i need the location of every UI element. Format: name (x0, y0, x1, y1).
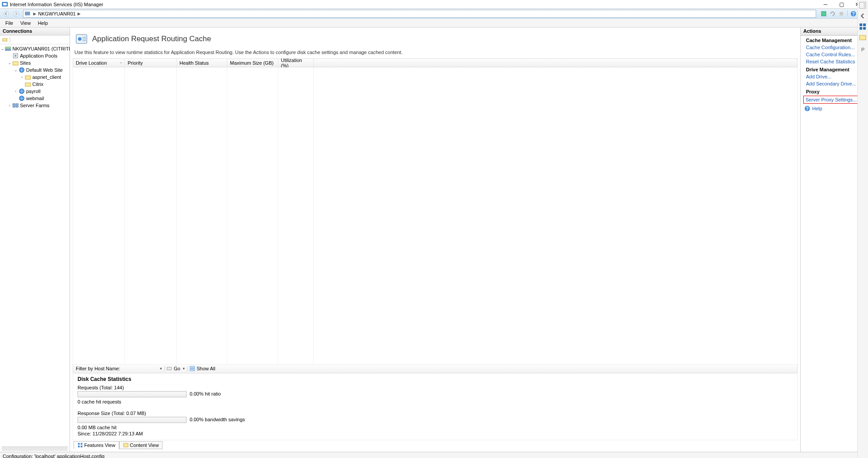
breadcrumb-server[interactable]: NKGWYUANR01 (38, 11, 76, 16)
svg-rect-1 (3, 3, 7, 5)
col-max-size[interactable]: Maximum Size (GB) (227, 59, 278, 67)
mb-cache-hit: 0.00 MB cache hit (78, 425, 793, 430)
page-title: Application Request Routing Cache (92, 35, 211, 43)
show-all-button[interactable]: Show All (197, 366, 215, 371)
server-node-icon (5, 46, 11, 52)
expander-icon[interactable]: ⌄ (13, 68, 18, 72)
svg-rect-6 (821, 12, 826, 16)
col-drive-location[interactable]: Drive Location^ (73, 59, 125, 67)
quick-link-icon[interactable] (820, 10, 828, 17)
filter-hostname-input[interactable] (122, 365, 157, 372)
action-server-proxy-settings[interactable]: Server Proxy Settings... (803, 96, 865, 104)
filter-dropdown-icon[interactable]: ▼ (159, 367, 163, 371)
svg-rect-12 (5, 49, 11, 50)
svg-rect-31 (124, 443, 128, 447)
edge-label: P (861, 47, 864, 52)
edge-back-icon[interactable] (859, 12, 867, 20)
svg-rect-5 (25, 14, 30, 15)
features-view-icon (78, 442, 83, 448)
tree-payroll[interactable]: payroll (26, 89, 40, 94)
svg-rect-25 (167, 367, 171, 370)
website-icon (19, 67, 25, 73)
menu-bar: File View Help (0, 19, 868, 27)
tree-server[interactable]: NKGWYUANR01 (CITRITE\yua (12, 46, 70, 51)
svg-rect-17 (25, 76, 31, 79)
go-dropdown-icon[interactable]: ▼ (182, 367, 186, 371)
help-toolbar-icon[interactable]: ? (849, 10, 857, 17)
svg-rect-38 (863, 23, 866, 26)
svg-text:?: ? (806, 106, 809, 111)
col-health-status[interactable]: Health Status (177, 59, 227, 67)
menu-view[interactable]: View (17, 19, 35, 27)
horizontal-scrollbar[interactable] (2, 446, 68, 451)
stop-icon[interactable] (837, 10, 845, 17)
edge-panel-icon[interactable] (859, 2, 867, 10)
expander-icon[interactable]: ⌄ (7, 61, 12, 65)
hit-ratio-progress (78, 391, 187, 397)
svg-text:?: ? (852, 12, 855, 16)
maximize-button[interactable]: ▢ (837, 1, 846, 8)
menu-help[interactable]: Help (34, 19, 51, 27)
bandwidth-savings-label: 0.00% bandwidth savings (190, 417, 245, 422)
sites-folder-icon (12, 60, 19, 66)
svg-rect-4 (25, 12, 30, 13)
svg-rect-36 (864, 2, 866, 8)
expander-icon[interactable]: › (13, 89, 18, 93)
tree-aspnet-client[interactable]: aspnet_client (32, 74, 61, 80)
show-all-icon[interactable] (190, 366, 195, 371)
website-icon (19, 95, 25, 101)
expander-icon[interactable]: › (7, 103, 12, 108)
connections-toolbar (0, 35, 70, 44)
tab-features-view[interactable]: Features View (74, 441, 119, 449)
go-button[interactable]: Go (174, 366, 180, 371)
svg-rect-37 (860, 23, 862, 26)
svg-rect-29 (78, 446, 80, 447)
forward-button[interactable] (12, 10, 20, 18)
minimize-button[interactable]: ─ (821, 1, 830, 8)
expander-icon[interactable]: ⌄ (1, 47, 4, 51)
requests-total: Requests (Total: 144) (78, 385, 793, 390)
filter-label: Filter by Host Name: (76, 366, 120, 371)
tree-default-web-site[interactable]: Default Web Site (26, 67, 62, 73)
menu-file[interactable]: File (2, 19, 17, 27)
breadcrumb-box[interactable]: ▶ NKGWYUANR01 ▶ (23, 10, 816, 18)
window-title: Internet Information Services (IIS) Mana… (10, 2, 821, 7)
help-icon: ? (804, 105, 810, 112)
folder-icon (25, 74, 31, 80)
tab-content-view[interactable]: Content View (119, 441, 163, 449)
svg-point-14 (15, 55, 16, 57)
tree-webmail[interactable]: webmail (26, 96, 44, 101)
feature-panel: Application Request Routing Cache Use th… (70, 27, 801, 452)
svg-rect-41 (860, 35, 866, 40)
col-utilization[interactable]: Utilization (%) (278, 59, 314, 67)
sort-indicator-icon: ^ (120, 61, 122, 65)
svg-rect-21 (13, 104, 15, 107)
expander-icon[interactable]: › (19, 75, 24, 79)
drive-grid-body[interactable] (73, 67, 798, 365)
back-button[interactable] (2, 10, 11, 18)
edge-folder-icon[interactable] (859, 34, 867, 42)
breadcrumb-sep-icon: ▶ (33, 12, 36, 16)
edge-grid-icon[interactable] (859, 23, 867, 31)
view-tabs: Features View Content View (73, 440, 798, 449)
bandwidth-savings-progress (78, 417, 187, 423)
tree-citrix[interactable]: Citrix (32, 82, 43, 87)
svg-rect-40 (863, 27, 866, 30)
right-edge-toolbar: P (857, 0, 868, 458)
svg-rect-18 (25, 83, 31, 86)
svg-point-3 (13, 11, 19, 16)
col-priority[interactable]: Priority (125, 59, 177, 67)
tree-sites[interactable]: Sites (20, 60, 31, 66)
page-description: Use this feature to view runtime statist… (73, 48, 798, 58)
svg-rect-11 (5, 47, 11, 49)
window-titlebar: Internet Information Services (IIS) Mana… (0, 0, 868, 9)
iis-app-icon (2, 1, 8, 8)
connections-tree[interactable]: ⌄ NKGWYUANR01 (CITRITE\yua Application P… (0, 44, 70, 446)
website-icon (19, 88, 25, 94)
stats-title: Disk Cache Statistics (78, 376, 793, 382)
connect-icon[interactable] (2, 37, 8, 43)
tree-server-farms[interactable]: Server Farms (20, 103, 50, 108)
go-icon[interactable] (167, 366, 172, 371)
tree-app-pools[interactable]: Application Pools (20, 53, 57, 58)
refresh-icon[interactable] (829, 10, 837, 17)
